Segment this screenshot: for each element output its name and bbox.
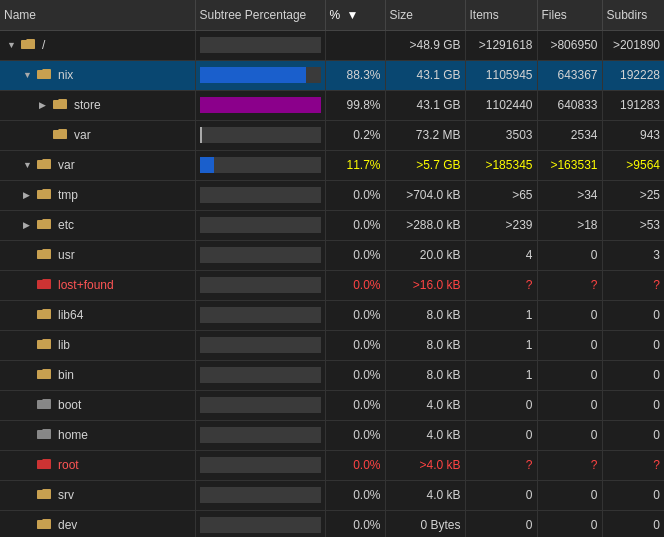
cell-name: srv (0, 480, 195, 510)
table-row[interactable]: boot0.0%4.0 kB000 (0, 390, 664, 420)
cell-subtree-bar (195, 150, 325, 180)
subtree-bar-container (200, 217, 321, 233)
subtree-bar-fill (200, 127, 202, 143)
cell-size: >48.9 GB (385, 30, 465, 60)
expand-chevron-icon[interactable]: ▼ (23, 160, 33, 170)
cell-subtree-bar (195, 210, 325, 240)
cell-subtree-bar (195, 360, 325, 390)
folder-icon (36, 188, 52, 203)
subtree-bar-fill (200, 97, 321, 113)
cell-subtree-bar (195, 90, 325, 120)
cell-subdirs: >201890 (602, 30, 664, 60)
folder-name-label: dev (58, 518, 77, 532)
table-row[interactable]: home0.0%4.0 kB000 (0, 420, 664, 450)
cell-subtree-bar (195, 330, 325, 360)
table-row[interactable]: lib640.0%8.0 kB100 (0, 300, 664, 330)
cell-size: 4.0 kB (385, 480, 465, 510)
cell-subdirs: 0 (602, 510, 664, 537)
cell-items: >239 (465, 210, 537, 240)
cell-subdirs: 0 (602, 360, 664, 390)
folder-name-label: tmp (58, 188, 78, 202)
header-subdirs[interactable]: Subdirs (602, 0, 664, 30)
cell-subdirs: 0 (602, 390, 664, 420)
cell-size: 4.0 kB (385, 420, 465, 450)
cell-percent: 0.0% (325, 330, 385, 360)
table-row[interactable]: srv0.0%4.0 kB000 (0, 480, 664, 510)
table-row[interactable]: ▶ tmp0.0%>704.0 kB>65>34>25 (0, 180, 664, 210)
folder-name-label: store (74, 98, 101, 112)
folder-icon (36, 248, 52, 263)
cell-items: 0 (465, 480, 537, 510)
cell-name: dev (0, 510, 195, 537)
cell-name: lost+found (0, 270, 195, 300)
cell-files: ? (537, 270, 602, 300)
header-name[interactable]: Name (0, 0, 195, 30)
cell-name: home (0, 420, 195, 450)
cell-size: 8.0 kB (385, 300, 465, 330)
cell-files: 640833 (537, 90, 602, 120)
cell-subdirs: 0 (602, 480, 664, 510)
cell-percent: 0.0% (325, 270, 385, 300)
table-row[interactable]: var0.2%73.2 MB35032534943 (0, 120, 664, 150)
expand-chevron-icon[interactable]: ▼ (23, 70, 33, 80)
table-row[interactable]: root0.0%>4.0 kB??? (0, 450, 664, 480)
cell-files: >34 (537, 180, 602, 210)
subtree-bar-container (200, 517, 321, 533)
folder-icon (36, 518, 52, 533)
table-row[interactable]: ▼ var11.7%>5.7 GB>185345>163531>9564 (0, 150, 664, 180)
cell-name: ▶ store (0, 90, 195, 120)
folder-name-label: lib64 (58, 308, 83, 322)
cell-subtree-bar (195, 30, 325, 60)
cell-subdirs: ? (602, 450, 664, 480)
cell-subtree-bar (195, 180, 325, 210)
table-row[interactable]: ▶ etc0.0%>288.0 kB>239>18>53 (0, 210, 664, 240)
cell-files: 0 (537, 390, 602, 420)
expand-chevron-icon[interactable]: ▼ (7, 40, 17, 50)
table-row[interactable]: ▼ />48.9 GB>1291618>806950>201890 (0, 30, 664, 60)
table-row[interactable]: lost+found0.0%>16.0 kB??? (0, 270, 664, 300)
table-row[interactable]: ▶ store99.8%43.1 GB1102440640833191283 (0, 90, 664, 120)
cell-items: >65 (465, 180, 537, 210)
table-row[interactable]: usr0.0%20.0 kB403 (0, 240, 664, 270)
folder-icon (36, 68, 52, 83)
cell-size: >4.0 kB (385, 450, 465, 480)
table-row[interactable]: dev0.0%0 Bytes000 (0, 510, 664, 537)
cell-files: 0 (537, 330, 602, 360)
cell-subtree-bar (195, 480, 325, 510)
cell-files: 0 (537, 360, 602, 390)
table-row[interactable]: bin0.0%8.0 kB100 (0, 360, 664, 390)
folder-icon (36, 368, 52, 383)
header-percent[interactable]: % ▼ (325, 0, 385, 30)
subtree-bar-container (200, 37, 321, 53)
cell-percent: 0.0% (325, 480, 385, 510)
table-row[interactable]: lib0.0%8.0 kB100 (0, 330, 664, 360)
folder-name-label: home (58, 428, 88, 442)
cell-percent: 0.0% (325, 450, 385, 480)
expand-chevron-icon[interactable]: ▶ (23, 220, 33, 230)
cell-name: ▼ nix (0, 60, 195, 90)
cell-items: 1 (465, 330, 537, 360)
expand-chevron-icon[interactable]: ▶ (23, 190, 33, 200)
subtree-bar-container (200, 277, 321, 293)
file-tree-container: Name Subtree Percentage % ▼ Size Items F… (0, 0, 664, 537)
sort-arrow-icon: ▼ (347, 8, 359, 22)
cell-files: 0 (537, 300, 602, 330)
table-row[interactable]: ▼ nix88.3%43.1 GB1105945643367192228 (0, 60, 664, 90)
header-subtree[interactable]: Subtree Percentage (195, 0, 325, 30)
cell-subtree-bar (195, 270, 325, 300)
cell-name: ▶ etc (0, 210, 195, 240)
folder-name-label: lost+found (58, 278, 114, 292)
cell-percent: 0.0% (325, 420, 385, 450)
subtree-bar-fill (200, 67, 306, 83)
cell-name: lib (0, 330, 195, 360)
header-size[interactable]: Size (385, 0, 465, 30)
expand-chevron-icon[interactable]: ▶ (39, 100, 49, 110)
cell-subdirs: >9564 (602, 150, 664, 180)
cell-subtree-bar (195, 450, 325, 480)
header-files[interactable]: Files (537, 0, 602, 30)
cell-percent: 0.0% (325, 360, 385, 390)
folder-icon (36, 458, 52, 473)
header-items[interactable]: Items (465, 0, 537, 30)
folder-name-label: bin (58, 368, 74, 382)
folder-name-label: lib (58, 338, 70, 352)
